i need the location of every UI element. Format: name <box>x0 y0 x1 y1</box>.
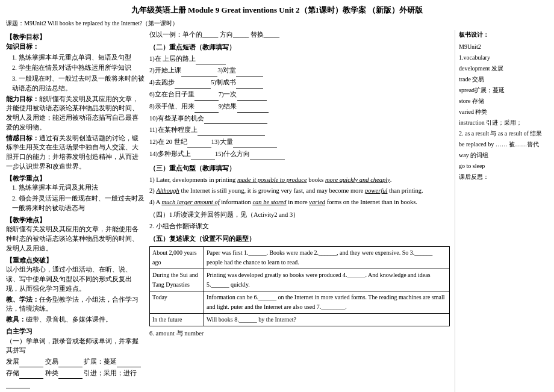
blank-fazhan <box>19 357 43 367</box>
blank-kuoyan-label: 扩展：蔓延 <box>84 358 117 365</box>
example-line: 仅以一例：单个的_____ 方向_____ 替换_____ <box>149 30 450 40</box>
right-item-9: way 的词组 <box>459 151 548 160</box>
teaching-key-title: 【教学重点】 <box>6 174 145 184</box>
right-item-7: 2. as a result 与 as a result of 结果 <box>459 129 548 138</box>
section5-title: （五）复述课文（设置不同的题型） <box>149 235 255 242</box>
phrase-1: 1)在 上层的路上 <box>149 54 450 65</box>
right-item-4: store 存储 <box>459 96 548 106</box>
knowledge-title: 知识目标： <box>6 43 39 50</box>
ability-title: 能力目标： <box>6 96 39 102</box>
right-item-5: varied 种类 <box>459 107 548 117</box>
sentence-4: 4) A much larger amount of information c… <box>149 198 450 208</box>
table-row-1-col2: Paper was first 1.______. Books were mad… <box>204 247 450 269</box>
knowledge-item-3: 3. 一般现在时、一般过去时及一般将来时的被动语态的用法总结。 <box>12 74 145 93</box>
middle-column: 仅以一例：单个的_____ 方向_____ 替换_____ （二）重点短语（教师… <box>149 30 450 392</box>
blank-yinjian-label: 引进；采用；进行 <box>84 370 137 376</box>
section3-title: （三）重点句型（教师填写） <box>149 165 235 172</box>
table-row-future-col2: Will books 8.______ by the Internet? <box>204 314 450 326</box>
activity-note2: 2. 小组合作翻译课文 <box>149 222 450 232</box>
right-item-11: 课后反思： <box>459 172 548 182</box>
note-6: 6. amount 与 number <box>149 329 450 339</box>
table-row-future-col1: In the future <box>150 314 204 326</box>
textbook-title: 教具： <box>6 316 26 323</box>
page-title: 九年级英语上册 Module 9 Great inventions Unit 2… <box>6 5 548 16</box>
right-item-8: be replaced by …… 被……替代 <box>459 140 548 149</box>
table-row-today-col1: Today <box>150 291 204 314</box>
blank-jiaoyi-label: 交易 <box>45 358 58 365</box>
teaching-key-1: 1. 熟练掌握本单元词及其用法 <box>12 183 145 193</box>
right-item-2: trade 交易 <box>459 75 548 84</box>
sentence-1: 1) Later, developments in printing made … <box>149 175 450 185</box>
blank-cunchu <box>19 369 43 379</box>
self-study-sub: （一）学单词，跟录音或老师读单词，并掌握其拼写 <box>6 337 145 356</box>
section2-title: （二）重点短语（教师填写） <box>149 44 235 51</box>
phrase-12: 12)在 20 世纪 13)大量 <box>149 137 450 148</box>
knowledge-item-1: 1. 熟练掌握本单元重点单词、短语及句型 <box>12 53 145 63</box>
blank-zhonglei <box>58 369 82 379</box>
blank-zhonglei-label: 种类 <box>45 370 58 376</box>
phrase-2: 2)开始上课 3)对堂 <box>149 66 450 76</box>
sentence-2: 2) Although the Internet is still young,… <box>149 186 450 196</box>
phrase-6: 6)立在台日子里 7)一次 <box>149 90 450 101</box>
summary-table: About 2,000 years ago Paper was first 1.… <box>149 246 450 326</box>
phrase-4: 4)去跑步 5)制成书 <box>149 78 450 89</box>
key-points-title: 【重难点突破】 <box>6 256 145 266</box>
knowledge-item-2: 2. 学生能在情景对话中熟练运用所学知识 <box>12 63 145 73</box>
right-item-0: 1.vocabulary <box>459 53 548 63</box>
table-row-today-col2: Information can be 6.______ on the Inter… <box>204 291 450 314</box>
phrase-11: 11)在某种程度上 <box>149 125 450 136</box>
teaching-key-2: 2. 领会并灵活运用一般现在时、一般过去时及一般将来时的被动语态与 <box>12 194 145 213</box>
module-label: M9Unit2 <box>459 42 548 52</box>
table-row-2-col2: Printing was developed greatly so books … <box>204 269 450 291</box>
table-row-1-col1: About 2,000 years ago <box>150 247 204 269</box>
right-item-10: go to sleep <box>459 161 548 171</box>
right-item-3: spread扩展；蔓延 <box>459 86 548 95</box>
table-row-2-col1: During the Sui and Tang Dynasties <box>150 269 204 291</box>
right-item-6: instruction 引进；采用； <box>459 118 548 128</box>
blank-kuoyan <box>117 357 141 367</box>
textbook-text: 磁带、录音机、多媒体课件。 <box>26 316 112 323</box>
teaching-goals-title: 【教学目标】 <box>6 33 145 42</box>
right-column: 板书设计： M9Unit2 1.vocabulary development 发… <box>455 30 548 392</box>
blank-yinjian <box>6 379 30 389</box>
board-title: 板书设计： <box>459 30 548 40</box>
phrase-8: 8)亲手做、用来 9)结果 <box>149 102 450 113</box>
course-line: 课题：M9Unit2 Will books be replaced by the… <box>6 19 548 28</box>
phrase-10: 10)有些某事的机会 <box>149 114 450 125</box>
blank-cunchu-label: 存储 <box>6 370 19 376</box>
teaching-diff-title: 【教学难点】 <box>6 216 145 225</box>
teaching-diff-text: 能听懂有关发明及其应用的文章，并能使用各种时态的被动语态谈论某种物品发明的时间、… <box>6 225 145 253</box>
right-item-1: development 发展 <box>459 64 548 73</box>
teach-method-title: 教、学法： <box>6 296 39 303</box>
phrase-14: 14)多种形式上 15)什么方向 <box>149 149 450 160</box>
blank-jiaoyi <box>58 357 82 367</box>
blank-fazhan-label: 发展 <box>6 358 19 365</box>
activity-note: （四）1.听读课文并回答问题，见（Activity2 and 3） <box>149 210 450 220</box>
left-column: 【教学目标】 知识目标： 1. 熟练掌握本单元重点单词、短语及句型 2. 学生能… <box>6 30 145 392</box>
self-study-title: 自主学习 <box>6 327 145 337</box>
key-points-text: 以小组为核心，通过小组活动、在听、说、读、写中使单词及句型以不同的形式反复出现，… <box>6 265 145 293</box>
emotion-title: 情感目标： <box>6 135 39 142</box>
